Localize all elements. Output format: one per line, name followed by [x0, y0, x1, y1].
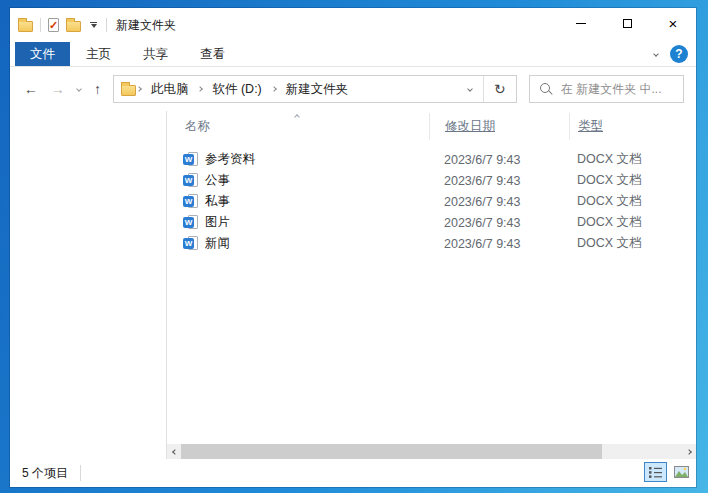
minimize-button[interactable]: [558, 8, 604, 39]
file-name: 私事: [205, 193, 230, 210]
chevron-down-icon: [467, 86, 473, 92]
titlebar-separator: [106, 18, 107, 32]
maximize-button[interactable]: [604, 8, 650, 39]
breadcrumb-separator-icon: [198, 86, 204, 92]
word-document-icon: W: [183, 173, 199, 189]
file-rows: W 参考资料 2023/6/7 9:43 DOCX 文档 W 公事 2023/6…: [167, 149, 696, 254]
tab-file[interactable]: 文件: [15, 42, 70, 66]
word-document-icon: W: [183, 215, 199, 231]
file-name: 参考资料: [205, 151, 255, 168]
file-type: DOCX 文档: [569, 193, 696, 210]
tab-share[interactable]: 共享: [127, 42, 184, 66]
recent-locations-chevron-icon[interactable]: [76, 86, 82, 92]
column-header-type[interactable]: 类型: [569, 113, 696, 140]
tab-home[interactable]: 主页: [70, 42, 127, 66]
scrollbar-thumb[interactable]: [181, 444, 602, 459]
location-folder-icon: [121, 85, 136, 96]
title-bar: ✓ 新建文件夹 ×: [10, 8, 696, 42]
address-toolbar: ← → ↑ 此电脑 软件 (D:) 新建文件夹 ↻: [10, 67, 696, 111]
close-icon: ×: [669, 16, 678, 31]
column-header-row: 名称 修改日期 类型: [167, 113, 696, 140]
file-date: 2023/6/7 9:43: [429, 174, 569, 188]
column-header-name-label: 名称: [185, 118, 210, 135]
file-type: DOCX 文档: [569, 151, 696, 168]
maximize-icon: [623, 19, 632, 28]
file-date: 2023/6/7 9:43: [429, 216, 569, 230]
new-folder-icon[interactable]: [66, 21, 81, 32]
scroll-left-arrow-icon[interactable]: [167, 444, 182, 459]
column-header-date-label: 修改日期: [445, 118, 495, 135]
file-date: 2023/6/7 9:43: [429, 237, 569, 251]
file-name-cell: W 参考资料: [167, 151, 429, 168]
table-row[interactable]: W 新闻 2023/6/7 9:43 DOCX 文档: [167, 233, 696, 254]
explorer-window: ✓ 新建文件夹 × 文件 主页 共享 查看 ? ← →: [10, 8, 696, 487]
item-count: 5 个项目: [22, 465, 68, 482]
help-button[interactable]: ?: [670, 45, 688, 63]
file-type: DOCX 文档: [569, 235, 696, 252]
file-type: DOCX 文档: [569, 172, 696, 189]
word-document-icon: W: [183, 152, 199, 168]
breadcrumb-separator-icon: [271, 86, 277, 92]
breadcrumb-separator-icon: [136, 86, 142, 92]
file-list-pane: 名称 修改日期 类型 W 参考资料 2023/6/7 9:43 DOCX 文档 …: [167, 111, 696, 459]
file-name-cell: W 新闻: [167, 235, 429, 252]
file-name: 图片: [205, 214, 230, 231]
table-row[interactable]: W 参考资料 2023/6/7 9:43 DOCX 文档: [167, 149, 696, 170]
address-bar[interactable]: 此电脑 软件 (D:) 新建文件夹 ↻: [113, 75, 517, 103]
check-glyph: ✓: [49, 19, 58, 32]
close-button[interactable]: ×: [650, 8, 696, 39]
search-box[interactable]: [529, 75, 684, 103]
thumbnail-view-icon: [674, 466, 689, 478]
tab-view[interactable]: 查看: [184, 42, 241, 66]
file-date: 2023/6/7 9:43: [429, 153, 569, 167]
address-dropdown-button[interactable]: [457, 76, 483, 102]
file-name-cell: W 图片: [167, 214, 429, 231]
status-divider: [80, 465, 81, 481]
search-icon: [540, 83, 553, 96]
scroll-right-arrow-icon[interactable]: [681, 444, 696, 459]
breadcrumb-drive-d[interactable]: 软件 (D:): [203, 81, 270, 98]
chevron-down-icon: [91, 24, 97, 28]
properties-icon[interactable]: ✓: [48, 18, 59, 32]
qat-bar: [90, 22, 97, 24]
file-date: 2023/6/7 9:43: [429, 195, 569, 209]
ribbon-tab-bar: 文件 主页 共享 查看 ?: [10, 42, 696, 67]
file-name-cell: W 私事: [167, 193, 429, 210]
file-type: DOCX 文档: [569, 214, 696, 231]
main-area: 名称 修改日期 类型 W 参考资料 2023/6/7 9:43 DOCX 文档 …: [10, 111, 696, 459]
column-header-date-modified[interactable]: 修改日期: [429, 113, 569, 140]
table-row[interactable]: W 公事 2023/6/7 9:43 DOCX 文档: [167, 170, 696, 191]
search-input[interactable]: [561, 82, 677, 96]
table-row[interactable]: W 私事 2023/6/7 9:43 DOCX 文档: [167, 191, 696, 212]
word-document-icon: W: [183, 236, 199, 252]
file-name: 新闻: [205, 235, 230, 252]
refresh-button[interactable]: ↻: [484, 76, 516, 102]
up-button[interactable]: ↑: [94, 82, 101, 96]
navigation-pane[interactable]: [10, 111, 167, 459]
back-button[interactable]: ←: [24, 82, 38, 96]
thumbnail-view-button[interactable]: [670, 462, 693, 482]
breadcrumb-current-folder[interactable]: 新建文件夹: [277, 81, 358, 98]
details-view-button[interactable]: [644, 462, 667, 482]
breadcrumb-this-pc[interactable]: 此电脑: [142, 81, 198, 98]
word-document-icon: W: [183, 194, 199, 210]
file-name: 公事: [205, 172, 230, 189]
status-bar: 5 个项目: [10, 459, 696, 487]
titlebar-separator: [40, 18, 41, 32]
customize-quick-access-dropdown[interactable]: [88, 20, 99, 31]
window-folder-icon: [18, 21, 33, 32]
column-header-type-label: 类型: [578, 118, 603, 135]
minimize-icon: [576, 23, 586, 24]
file-name-cell: W 公事: [167, 172, 429, 189]
window-title: 新建文件夹: [116, 17, 176, 34]
forward-button[interactable]: →: [51, 82, 65, 96]
table-row[interactable]: W 图片 2023/6/7 9:43 DOCX 文档: [167, 212, 696, 233]
expand-ribbon-chevron-icon[interactable]: [653, 51, 659, 57]
details-view-icon: [649, 467, 662, 478]
horizontal-scrollbar[interactable]: [167, 444, 696, 459]
